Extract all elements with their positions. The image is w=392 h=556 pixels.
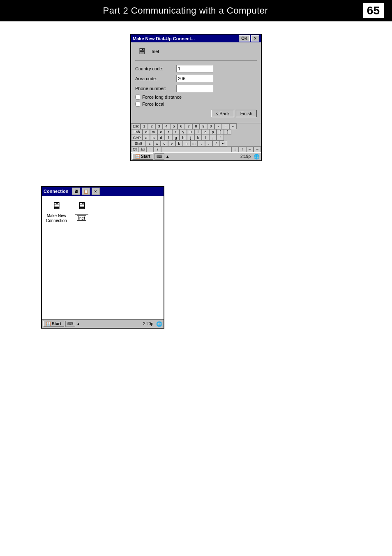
key-3[interactable]: 3 <box>155 123 163 129</box>
key-up[interactable]: ↑ <box>239 146 246 152</box>
keyboard-row-3: CAP a s d f g h j k l ; ' <box>131 135 261 141</box>
key-9[interactable]: 9 <box>200 123 207 129</box>
key-r[interactable]: r <box>165 129 172 135</box>
key-y[interactable]: y <box>180 129 187 135</box>
key-semicolon[interactable]: ; <box>209 135 217 141</box>
key-q[interactable]: q <box>143 129 150 135</box>
key-b[interactable]: b <box>175 141 183 146</box>
keyboard-taskbar-btn[interactable]: ⌨ <box>154 153 164 160</box>
key-a[interactable]: a <box>143 135 150 141</box>
area-code-input[interactable] <box>176 75 213 82</box>
taskbar-network-icon[interactable]: 🌐 <box>254 154 260 160</box>
key-i[interactable]: i <box>194 129 202 135</box>
keyboard: Esc 1 2 3 4 5 6 7 8 9 0 - = ← Tab <box>131 123 261 152</box>
taskbar-arrow: ▲ <box>166 154 170 159</box>
key-p[interactable]: p <box>209 129 217 135</box>
force-local-row: Force local <box>135 102 257 107</box>
force-long-distance-checkbox[interactable] <box>135 95 140 100</box>
keyboard-row-1: Esc 1 2 3 4 5 6 7 8 9 0 - = ← <box>131 123 261 129</box>
connection-icon: 🖥 <box>137 46 146 57</box>
conn-start-button[interactable]: 🪟 Start <box>43 321 64 327</box>
connection-screenshot: Connection 🖥 📋 × 🖥 Make New Connection <box>41 186 376 329</box>
key-2[interactable]: 2 <box>148 123 155 129</box>
key-v[interactable]: v <box>168 141 175 146</box>
key-s[interactable]: s <box>150 135 157 141</box>
key-period[interactable]: . <box>205 141 212 146</box>
key-down[interactable]: ↓ <box>231 146 239 152</box>
key-enter[interactable]: ↵ <box>220 141 227 146</box>
connection-close-button[interactable]: × <box>92 188 100 195</box>
key-slash[interactable]: / <box>212 141 220 146</box>
key-o[interactable]: o <box>202 129 209 135</box>
inet-connection-item[interactable]: 🖥 Inet <box>75 199 88 221</box>
dialup-ok-button[interactable]: OK <box>239 35 250 42</box>
finish-button[interactable]: Finish <box>236 110 257 117</box>
key-backspace[interactable]: ← <box>229 123 237 129</box>
key-backslash[interactable]: \ <box>154 146 161 152</box>
key-k[interactable]: k <box>194 135 202 141</box>
key-c[interactable]: c <box>161 141 168 146</box>
key-minus[interactable]: - <box>214 123 222 129</box>
start-button[interactable]: 🪟 Start <box>132 153 153 160</box>
key-esc[interactable]: Esc <box>131 123 141 129</box>
key-equals[interactable]: = <box>222 123 229 129</box>
inet-connection-label: Inet <box>77 215 86 221</box>
key-1[interactable]: 1 <box>141 123 148 129</box>
force-local-checkbox[interactable] <box>135 102 140 107</box>
inet-label: Inet <box>152 49 159 54</box>
country-code-input[interactable] <box>176 65 213 72</box>
key-lbracket[interactable]: [ <box>217 129 224 135</box>
inet-divider <box>75 214 88 215</box>
connection-title: Connection <box>44 189 69 194</box>
key-space[interactable] <box>161 146 231 152</box>
dialup-close-button[interactable]: × <box>251 35 259 42</box>
phone-number-row: Phone number: <box>135 85 257 92</box>
key-ctrl[interactable]: Ctl <box>131 146 139 152</box>
key-left[interactable]: ← <box>246 146 254 152</box>
key-g[interactable]: g <box>172 135 180 141</box>
key-shift[interactable]: Shift <box>131 141 146 146</box>
key-x[interactable]: x <box>153 141 161 146</box>
key-m[interactable]: m <box>190 141 198 146</box>
make-new-connection-item[interactable]: 🖥 Make New Connection <box>46 199 67 223</box>
key-special[interactable]: áü <box>139 146 146 152</box>
key-7[interactable]: 7 <box>185 123 192 129</box>
key-w[interactable]: w <box>150 129 157 135</box>
start-icon: 🪟 <box>135 154 140 159</box>
connection-tb-btn1[interactable]: 🖥 <box>72 188 80 195</box>
key-caps[interactable]: CAP <box>131 135 143 141</box>
key-8[interactable]: 8 <box>192 123 200 129</box>
key-l[interactable]: l <box>202 135 209 141</box>
keyboard-row-5: Ctl áü ` \ ↓ ↑ ← → <box>131 146 261 152</box>
key-tab[interactable]: Tab <box>131 129 143 135</box>
key-j[interactable]: j <box>187 135 194 141</box>
conn-taskbar-clock: 2:20p <box>141 322 155 326</box>
force-long-distance-label: Force long distance <box>142 95 182 100</box>
key-f[interactable]: f <box>165 135 172 141</box>
key-backtick[interactable]: ` <box>146 146 154 152</box>
key-t[interactable]: t <box>172 129 180 135</box>
dialup-title: Make New Dial-Up Connect... <box>133 36 239 41</box>
connection-tb-btn2[interactable]: 📋 <box>82 188 90 195</box>
key-6[interactable]: 6 <box>178 123 185 129</box>
key-n[interactable]: n <box>183 141 190 146</box>
key-comma[interactable]: , <box>198 141 205 146</box>
key-5[interactable]: 5 <box>170 123 178 129</box>
key-4[interactable]: 4 <box>163 123 170 129</box>
key-quote[interactable]: ' <box>217 135 224 141</box>
back-button[interactable]: < Back <box>211 110 234 117</box>
key-h[interactable]: h <box>180 135 187 141</box>
key-0[interactable]: 0 <box>207 123 214 129</box>
key-rbracket[interactable]: ] <box>224 129 231 135</box>
dialup-body: 🖥 Inet Country code: Area code: Phone nu… <box>131 42 261 123</box>
key-right[interactable]: → <box>254 146 261 152</box>
key-u[interactable]: u <box>187 129 194 135</box>
phone-number-input[interactable] <box>176 85 213 92</box>
conn-taskbar-network-icon[interactable]: 🌐 <box>156 321 162 327</box>
key-d[interactable]: d <box>157 135 165 141</box>
key-z[interactable]: z <box>146 141 153 146</box>
conn-keyboard-btn[interactable]: ⌨ <box>65 321 75 327</box>
key-e[interactable]: e <box>157 129 165 135</box>
area-code-label: Area code: <box>135 76 176 81</box>
keyboard-row-2: Tab q w e r t y u i o p [ ] <box>131 129 261 135</box>
